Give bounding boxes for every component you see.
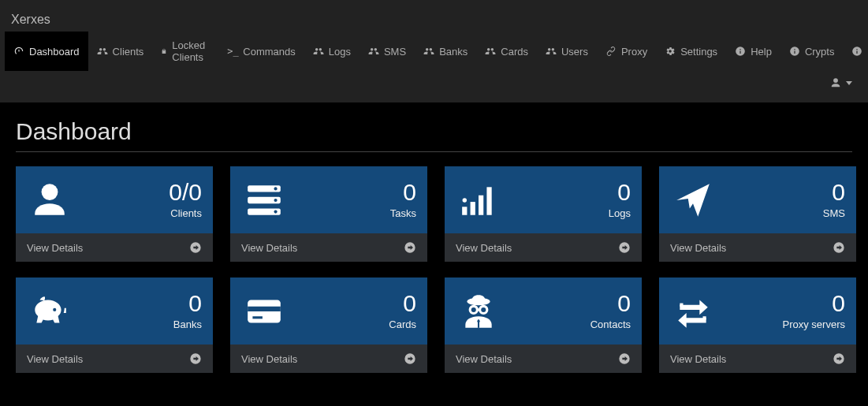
caret-down-icon bbox=[846, 81, 852, 85]
nav-label: Clients bbox=[113, 46, 144, 58]
view-details-label: View Details bbox=[241, 353, 297, 365]
arrow-right-icon bbox=[404, 352, 416, 365]
view-details-link[interactable]: View Details bbox=[659, 345, 856, 373]
arrow-right-icon bbox=[404, 241, 416, 254]
tile-label: Cards bbox=[389, 318, 416, 330]
tile-value: 0 bbox=[403, 292, 416, 315]
user-icon bbox=[830, 77, 841, 88]
view-details-link[interactable]: View Details bbox=[445, 345, 642, 373]
exchange-icon bbox=[670, 289, 716, 334]
tile-label: Tasks bbox=[390, 207, 416, 219]
nav-item-locked-clients[interactable]: Locked Clients bbox=[152, 32, 218, 71]
tile-meta: 0Contacts bbox=[590, 292, 631, 330]
nav-item-banks[interactable]: Banks bbox=[415, 32, 476, 71]
view-details-label: View Details bbox=[27, 242, 83, 254]
tile-meta: 0SMS bbox=[823, 181, 845, 219]
nav-label: Settings bbox=[680, 46, 717, 58]
nav-item-cards[interactable]: Cards bbox=[476, 32, 537, 71]
tile-meta: 0/0Clients bbox=[169, 181, 202, 219]
arrow-right-icon bbox=[618, 241, 631, 254]
info-icon bbox=[735, 46, 746, 57]
view-details-link[interactable]: View Details bbox=[230, 345, 427, 373]
nav-label: Users bbox=[561, 46, 588, 58]
topbar: Xerxes DashboardClientsLocked Clients>_C… bbox=[0, 0, 868, 102]
view-details-label: View Details bbox=[670, 353, 726, 365]
view-details-link[interactable]: View Details bbox=[16, 233, 213, 262]
tile-value: 0 bbox=[832, 181, 845, 204]
user-menu[interactable] bbox=[830, 77, 852, 88]
tile-body: 0Proxy servers bbox=[659, 277, 856, 345]
tile-body: 0Banks bbox=[16, 277, 213, 345]
tile-value: 0 bbox=[617, 181, 631, 204]
users-icon bbox=[423, 46, 434, 57]
tile-label: Logs bbox=[609, 207, 631, 219]
tile-label: SMS bbox=[823, 207, 845, 219]
signal-icon bbox=[456, 177, 501, 223]
tile-cards: 0CardsView Details bbox=[230, 277, 427, 373]
nav-item-clients[interactable]: Clients bbox=[88, 32, 153, 71]
view-details-label: View Details bbox=[670, 242, 726, 254]
card-icon bbox=[241, 289, 287, 334]
tile-meta: 0Logs bbox=[609, 181, 631, 219]
tile-logs: 0LogsView Details bbox=[445, 166, 642, 262]
tile-meta: 0Cards bbox=[389, 292, 416, 330]
piggy-icon bbox=[27, 289, 73, 334]
tile-sms: 0SMSView Details bbox=[659, 166, 856, 262]
tile-label: Clients bbox=[170, 207, 202, 219]
main: Dashboard 0/0ClientsView Details0TasksVi… bbox=[0, 102, 868, 373]
view-details-link[interactable]: View Details bbox=[445, 233, 642, 262]
nav-item-contacts[interactable]: Contacts bbox=[843, 32, 868, 71]
tile-body: 0/0Clients bbox=[16, 166, 213, 233]
tile-body: 0Contacts bbox=[445, 277, 642, 345]
users-icon bbox=[368, 46, 379, 57]
tile-body: 0Tasks bbox=[230, 166, 427, 233]
nav-label: Crypts bbox=[805, 46, 835, 58]
tile-tasks: 0TasksView Details bbox=[230, 166, 427, 262]
nav-item-dashboard[interactable]: Dashboard bbox=[5, 32, 88, 71]
tile-grid: 0/0ClientsView Details0TasksView Details… bbox=[16, 166, 852, 373]
users-icon bbox=[485, 46, 496, 57]
tile-label: Contacts bbox=[590, 318, 631, 330]
nav-label: Help bbox=[751, 46, 772, 58]
nav-item-sms[interactable]: SMS bbox=[359, 32, 415, 71]
view-details-link[interactable]: View Details bbox=[230, 233, 427, 262]
nav-label: Banks bbox=[439, 46, 468, 58]
gauge-icon bbox=[13, 46, 24, 57]
nav-label: Commands bbox=[243, 46, 295, 58]
tile-clients: 0/0ClientsView Details bbox=[16, 166, 213, 262]
tile-proxy-servers: 0Proxy serversView Details bbox=[659, 277, 856, 373]
nav-label: Cards bbox=[501, 46, 528, 58]
tile-value: 0 bbox=[832, 292, 845, 315]
nav-label: Dashboard bbox=[29, 46, 80, 58]
view-details-label: View Details bbox=[241, 242, 297, 254]
view-details-label: View Details bbox=[27, 353, 83, 365]
nav-item-logs[interactable]: Logs bbox=[304, 32, 359, 71]
nav-item-help[interactable]: Help bbox=[726, 32, 780, 71]
arrow-right-icon bbox=[833, 352, 845, 365]
info-icon bbox=[789, 46, 800, 57]
tile-value: 0 bbox=[403, 181, 416, 204]
nav-label: Locked Clients bbox=[172, 39, 210, 63]
arrow-right-icon bbox=[833, 241, 845, 254]
nav-item-proxy[interactable]: Proxy bbox=[597, 32, 656, 71]
nav-item-settings[interactable]: Settings bbox=[656, 32, 726, 71]
view-details-label: View Details bbox=[456, 353, 512, 365]
users-icon bbox=[97, 46, 108, 57]
nav-item-crypts[interactable]: Crypts bbox=[780, 32, 844, 71]
nav-label: Proxy bbox=[621, 46, 647, 58]
terminal-icon: >_ bbox=[227, 46, 238, 57]
tile-contacts: 0ContactsView Details bbox=[445, 277, 642, 373]
tile-body: 0Logs bbox=[445, 166, 642, 233]
view-details-label: View Details bbox=[456, 242, 512, 254]
tile-label: Proxy servers bbox=[783, 318, 845, 330]
tile-value: 0 bbox=[188, 292, 202, 315]
view-details-link[interactable]: View Details bbox=[659, 233, 856, 262]
arrow-right-icon bbox=[189, 241, 202, 254]
tile-value: 0 bbox=[617, 292, 631, 315]
nav-item-users[interactable]: Users bbox=[537, 32, 597, 71]
link-icon bbox=[605, 46, 617, 57]
nav-label: SMS bbox=[384, 46, 406, 58]
nav-item-commands[interactable]: >_Commands bbox=[218, 32, 304, 71]
view-details-link[interactable]: View Details bbox=[16, 345, 213, 373]
tasks-icon bbox=[241, 177, 287, 223]
